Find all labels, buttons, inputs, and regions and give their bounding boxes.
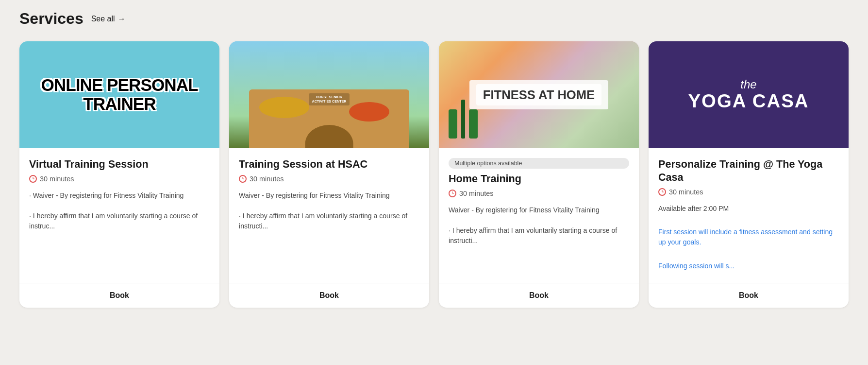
card-image-yoga: the YOGA CASA: [649, 41, 849, 148]
card-duration-virtual: 30 minutes: [29, 175, 210, 183]
card-body-hsac: Training Session at HSAC 30 minutes Waiv…: [229, 148, 429, 275]
card-body-virtual: Virtual Training Session 30 minutes · Wa…: [19, 148, 219, 275]
card-image-home: FITNESS AT HOME: [439, 41, 639, 148]
duration-label-hsac: 30 minutes: [250, 175, 284, 183]
card-badge-home: Multiple options available: [449, 158, 629, 169]
book-button-hsac[interactable]: Book: [239, 291, 419, 300]
card-footer-yoga: Book: [649, 283, 849, 308]
yoga-main-label: YOGA CASA: [688, 91, 809, 111]
page-title: Services: [19, 10, 83, 28]
card-title-home: Home Training: [449, 173, 629, 186]
extra-link1-yoga: First session will include a fitness ass…: [658, 227, 839, 247]
clock-icon-hsac: [239, 175, 247, 183]
card-title-virtual: Virtual Training Session: [29, 158, 210, 171]
book-button-virtual[interactable]: Book: [29, 291, 210, 300]
card-footer-virtual: Book: [19, 283, 219, 308]
card-duration-home: 30 minutes: [449, 190, 629, 197]
see-all-label: See all: [91, 15, 115, 23]
duration-label-virtual: 30 minutes: [40, 175, 74, 183]
card-description-hsac: Waiver - By registering for Fitness Vita…: [239, 191, 419, 271]
card-body-yoga: Personalize Training @ The Yoga Casa 30 …: [649, 148, 849, 275]
card-body-home: Multiple options available Home Training…: [439, 148, 639, 275]
card-yoga: the YOGA CASA Personalize Training @ The…: [649, 41, 849, 308]
card-description-virtual: · Waiver - By registering for Fitness Vi…: [29, 191, 210, 271]
card-footer-hsac: Book: [229, 283, 429, 308]
card-virtual: ONLINE PERSONAL TRAINER Virtual Training…: [19, 41, 219, 308]
extra-link2-yoga: Following session will s...: [658, 261, 839, 271]
card-duration-yoga: 30 minutes: [658, 188, 839, 196]
card-title-hsac: Training Session at HSAC: [239, 158, 419, 171]
card-home: FITNESS AT HOME Multiple options availab…: [439, 41, 639, 308]
card-footer-home: Book: [439, 283, 639, 308]
page-wrapper: Services See all → ONLINE PERSONAL TRAIN…: [0, 0, 868, 327]
card-description-yoga: Available after 2:00 PM First session wi…: [658, 204, 839, 271]
virtual-image-text: ONLINE PERSONAL TRAINER: [19, 76, 219, 113]
card-hsac: HURST SENIORACTIVITIES CENTER Training S…: [229, 41, 429, 308]
card-description-home: Waiver - By registering for Fitness Vita…: [449, 205, 629, 271]
book-button-home[interactable]: Book: [449, 291, 629, 300]
card-image-virtual: ONLINE PERSONAL TRAINER: [19, 41, 219, 148]
header: Services See all →: [19, 10, 849, 28]
duration-label-home: 30 minutes: [459, 190, 493, 197]
card-duration-hsac: 30 minutes: [239, 175, 419, 183]
yoga-the-label: the: [688, 78, 809, 91]
see-all-link[interactable]: See all →: [91, 15, 126, 23]
clock-icon-virtual: [29, 175, 37, 183]
card-image-hsac: HURST SENIORACTIVITIES CENTER: [229, 41, 429, 148]
book-button-yoga[interactable]: Book: [658, 291, 839, 300]
yoga-image-text: the YOGA CASA: [688, 78, 809, 112]
available-note-yoga: Available after 2:00 PM: [658, 204, 839, 214]
clock-icon-home: [449, 190, 456, 197]
cards-grid: ONLINE PERSONAL TRAINER Virtual Training…: [19, 41, 849, 308]
arrow-icon: →: [118, 15, 126, 23]
clock-icon-yoga: [658, 188, 666, 196]
card-title-yoga: Personalize Training @ The Yoga Casa: [658, 158, 839, 184]
duration-label-yoga: 30 minutes: [669, 188, 703, 196]
